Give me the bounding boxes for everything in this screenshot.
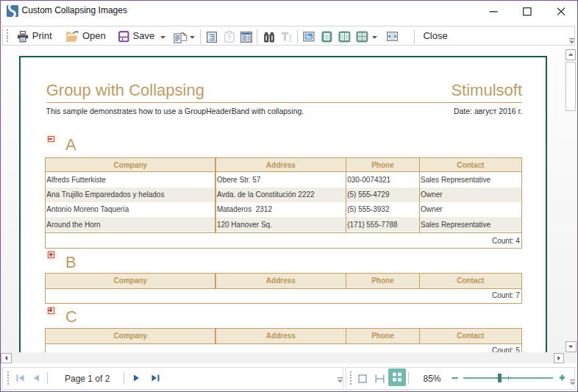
svg-text:?: ?	[227, 34, 232, 41]
